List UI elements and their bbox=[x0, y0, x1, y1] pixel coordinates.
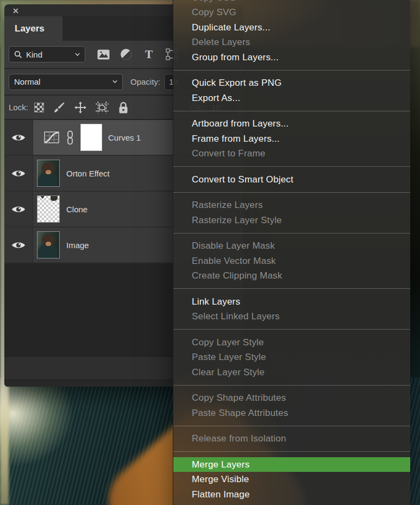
lock-all-icon[interactable] bbox=[118, 102, 129, 113]
menu-section: Quick Export as PNGExport As... bbox=[173, 70, 410, 111]
menu-item-link-layers[interactable]: Link Layers bbox=[173, 294, 410, 310]
kind-filter-dropdown[interactable]: Kind bbox=[9, 46, 85, 62]
menu-item-artboard-from-layers[interactable]: Artboard from Layers... bbox=[173, 116, 410, 131]
eye-icon bbox=[11, 241, 26, 249]
layer-name: Orton Effect bbox=[66, 169, 110, 178]
layer-visibility-toggle[interactable] bbox=[4, 156, 33, 191]
menu-item-convert-to-smart-object[interactable]: Convert to Smart Object bbox=[173, 172, 410, 187]
menu-item-select-linked-layers[interactable]: Select Linked Layers bbox=[173, 309, 410, 324]
layer-name: Curves 1 bbox=[108, 133, 141, 142]
chevron-down-icon bbox=[112, 79, 117, 84]
lock-label: Lock: bbox=[9, 103, 28, 112]
filter-icon-group: T bbox=[97, 48, 178, 61]
eye-icon bbox=[11, 205, 26, 213]
eye-icon bbox=[11, 169, 26, 178]
blend-mode-dropdown[interactable]: Normal bbox=[9, 74, 123, 90]
lock-icon-group bbox=[34, 102, 129, 113]
menu-item-clear-layer-style[interactable]: Clear Layer Style bbox=[173, 365, 410, 380]
menu-section: Copy Layer StylePaste Layer StyleClear L… bbox=[173, 329, 410, 385]
menu-item-merge-visible[interactable]: Merge Visible bbox=[173, 472, 410, 487]
tab-layers[interactable]: Layers bbox=[4, 16, 62, 41]
menu-item-convert-to-frame[interactable]: Convert to Frame bbox=[173, 146, 410, 161]
menu-section: Convert to Smart Object bbox=[173, 166, 410, 192]
menu-item-release-from-isolation[interactable]: Release from Isolation bbox=[173, 431, 410, 446]
menu-item-disable-layer-mask[interactable]: Disable Layer Mask bbox=[173, 238, 410, 254]
mask-link-icon bbox=[66, 130, 74, 145]
menu-item-export-as[interactable]: Export As... bbox=[173, 91, 410, 106]
menu-item-copy-css[interactable]: Copy CSS bbox=[173, 0, 410, 5]
adjustment-icon-group bbox=[44, 124, 102, 150]
menu-section: Artboard from Layers...Frame from Layers… bbox=[173, 111, 410, 167]
menu-item-group-from-layers[interactable]: Group from Layers... bbox=[173, 50, 410, 65]
layer-visibility-toggle[interactable] bbox=[4, 120, 33, 155]
menu-item-rasterize-layers[interactable]: Rasterize Layers bbox=[173, 198, 410, 213]
layer-thumbnail[interactable] bbox=[37, 160, 60, 187]
lock-artboard-icon[interactable] bbox=[96, 102, 109, 113]
menu-item-quick-export-as-png[interactable]: Quick Export as PNG bbox=[173, 75, 410, 91]
menu-item-copy-layer-style[interactable]: Copy Layer Style bbox=[173, 335, 410, 350]
blend-mode-value: Normal bbox=[14, 77, 112, 86]
filter-type-layers-icon[interactable]: T bbox=[142, 48, 155, 61]
lock-paint-icon[interactable] bbox=[53, 102, 65, 113]
layer-visibility-toggle[interactable] bbox=[4, 192, 33, 226]
menu-item-frame-from-layers[interactable]: Frame from Layers... bbox=[173, 131, 410, 147]
layer-visibility-toggle[interactable] bbox=[4, 228, 33, 262]
menu-section: Copy Shape AttributesPaste Shape Attribu… bbox=[173, 385, 410, 426]
menu-item-enable-vector-mask[interactable]: Enable Vector Mask bbox=[173, 254, 410, 269]
layer-name: Image bbox=[66, 241, 89, 250]
menu-item-create-clipping-mask[interactable]: Create Clipping Mask bbox=[173, 268, 410, 283]
menu-item-rasterize-layer-style[interactable]: Rasterize Layer Style bbox=[173, 213, 410, 228]
layer-name: Clone bbox=[66, 205, 87, 214]
close-icon[interactable]: ✕ bbox=[12, 7, 19, 15]
tab-layers-label: Layers bbox=[15, 23, 45, 34]
menu-item-paste-layer-style[interactable]: Paste Layer Style bbox=[173, 350, 410, 365]
filter-adjustment-layers-icon[interactable] bbox=[120, 48, 133, 61]
menu-section: Link LayersSelect Linked Layers bbox=[173, 288, 410, 329]
layer-mask-thumbnail[interactable] bbox=[81, 124, 102, 150]
menu-item-delete-layers[interactable]: Delete Layers bbox=[173, 35, 410, 50]
layer-thumbnail[interactable] bbox=[37, 231, 60, 258]
menu-section: Disable Layer MaskEnable Vector MaskCrea… bbox=[173, 233, 410, 289]
menu-item-copy-svg[interactable]: Copy SVG bbox=[173, 5, 410, 20]
chevron-down-icon bbox=[75, 52, 80, 57]
curves-adjustment-icon[interactable] bbox=[44, 131, 59, 143]
menu-item-copy-shape-attributes[interactable]: Copy Shape Attributes bbox=[173, 390, 410, 406]
menu-section: Merge LayersMerge VisibleFlatten Image bbox=[173, 451, 410, 505]
kind-filter-label: Kind bbox=[26, 50, 71, 59]
eye-icon bbox=[11, 134, 26, 142]
menu-section: Rasterize LayersRasterize Layer Style bbox=[173, 192, 410, 233]
opacity-label: Opacity: bbox=[130, 77, 160, 86]
lock-position-icon[interactable] bbox=[74, 102, 86, 113]
context-menu: Copy CSSCopy SVGDuplicate Layers...Delet… bbox=[173, 0, 410, 505]
menu-section: Copy CSSCopy SVGDuplicate Layers...Delet… bbox=[173, 0, 410, 70]
filter-pixel-layers-icon[interactable] bbox=[97, 48, 110, 61]
menu-item-duplicate-layers[interactable]: Duplicate Layers... bbox=[173, 20, 410, 35]
menu-item-flatten-image[interactable]: Flatten Image bbox=[173, 487, 410, 502]
lock-transparency-icon[interactable] bbox=[34, 103, 44, 112]
layer-thumbnail[interactable] bbox=[37, 195, 60, 223]
menu-item-paste-shape-attributes[interactable]: Paste Shape Attributes bbox=[173, 406, 410, 421]
menu-item-merge-layers[interactable]: Merge Layers bbox=[173, 457, 410, 472]
menu-section: Release from Isolation bbox=[173, 426, 410, 452]
search-icon bbox=[14, 50, 22, 59]
